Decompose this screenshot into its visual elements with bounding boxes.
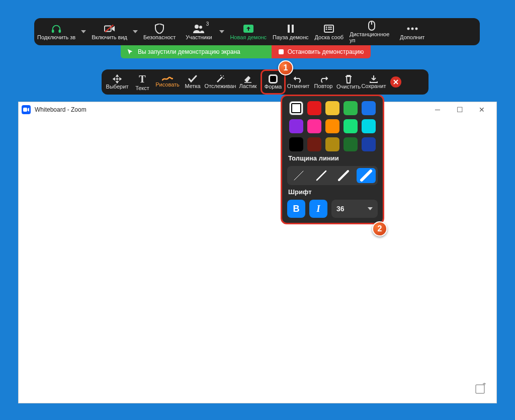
svg-point-16 (407, 28, 409, 30)
security-button[interactable]: Безопасност (140, 18, 179, 45)
font-size-value: 36 (336, 205, 345, 213)
color-swatch-black[interactable] (289, 137, 303, 151)
svg-rect-27 (476, 385, 484, 393)
svg-point-18 (415, 28, 417, 30)
italic-button[interactable]: I (309, 200, 327, 218)
video-off-icon (104, 23, 115, 34)
window-minimize-button[interactable]: ─ (431, 106, 444, 114)
new-share-button[interactable]: Новая демонс (227, 18, 270, 45)
color-swatch-red[interactable] (307, 101, 321, 115)
svg-line-32 (339, 171, 348, 180)
pause-share-button[interactable]: Пауза демонс (270, 18, 311, 45)
meeting-toolbar: Подключить зв Включить вид Безопасност 3… (34, 18, 480, 45)
svg-rect-2 (104, 26, 111, 32)
save-label: Сохранит (362, 83, 386, 89)
participants-button[interactable]: 3 Участники (181, 18, 217, 45)
svg-point-17 (411, 28, 413, 30)
font-size-select[interactable]: 36 (331, 200, 378, 218)
svg-point-22 (220, 75, 221, 76)
color-swatch-cyan[interactable] (362, 119, 376, 133)
color-swatch-darkblue[interactable] (362, 137, 376, 151)
undo-icon (294, 75, 303, 83)
thickness-2[interactable] (312, 168, 331, 183)
save-tool[interactable]: Сохранит (361, 69, 386, 95)
format-popover: Толщина линии Шрифт B I 36 (281, 95, 384, 224)
participants-caret[interactable] (217, 18, 227, 45)
thickness-1[interactable] (289, 168, 309, 183)
video-caret[interactable] (130, 18, 140, 45)
audio-caret[interactable] (78, 18, 89, 45)
color-swatch-lightgreen[interactable] (344, 119, 358, 133)
sharing-status-text: Вы запустили демонстрацию экрана (138, 48, 240, 55)
text-icon: T (139, 73, 145, 85)
color-swatch-darkred[interactable] (307, 137, 321, 151)
mouse-icon (368, 20, 375, 31)
thickness-3[interactable] (334, 168, 354, 183)
window-maximize-button[interactable]: ☐ (453, 106, 466, 114)
share-screen-icon (243, 23, 254, 34)
svg-rect-26 (23, 108, 27, 112)
whiteboard-title: Whiteboard - Zoom (35, 106, 87, 113)
draw-icon (162, 76, 173, 81)
window-close-button[interactable]: ✕ (475, 106, 488, 114)
color-swatch-yellow[interactable] (325, 101, 339, 115)
eraser-tool[interactable]: Ластик (235, 69, 261, 95)
zoom-app-icon (22, 105, 31, 114)
sharing-status: Вы запустили демонстрацию экрана (121, 45, 251, 58)
font-label: Шрифт (288, 188, 378, 196)
cursor-icon (127, 48, 134, 55)
stamp-tool[interactable]: Метка (180, 69, 205, 95)
whiteboard-button[interactable]: Доска сооб (312, 18, 347, 45)
color-swatch-orange[interactable] (325, 119, 339, 133)
participants-label: Участники (186, 34, 212, 40)
spotlight-label: Отслеживан (205, 83, 236, 89)
svg-line-19 (217, 77, 222, 82)
callout-badge-2: 2 (372, 221, 387, 236)
color-swatches (287, 101, 378, 151)
color-swatch-purple[interactable] (289, 119, 303, 133)
new-page-button[interactable] (475, 383, 486, 394)
svg-point-21 (223, 78, 224, 79)
thickness-4[interactable] (357, 168, 376, 183)
draw-tool[interactable]: Рисовать (155, 69, 180, 95)
save-icon (369, 75, 378, 83)
color-swatch-magenta[interactable] (307, 119, 321, 133)
svg-rect-1 (59, 30, 61, 33)
clear-tool[interactable]: Очистить (336, 69, 361, 95)
format-label: Форма (265, 83, 282, 90)
color-swatch-white[interactable] (289, 101, 303, 115)
stop-share-label: Остановить демонстрацию (288, 48, 364, 55)
color-swatch-blue[interactable] (362, 101, 376, 115)
color-swatch-green[interactable] (344, 101, 358, 115)
whiteboard-window: Whiteboard - Zoom ─ ☐ ✕ (18, 102, 497, 403)
redo-tool[interactable]: Повтор (311, 69, 336, 95)
thickness-group (287, 166, 378, 185)
audio-label: Подключить зв (37, 34, 75, 40)
text-label: Текст (135, 85, 149, 91)
draw-label: Рисовать (155, 81, 180, 88)
audio-button[interactable]: Подключить зв (34, 18, 78, 45)
select-label: Выберит (106, 83, 129, 90)
bold-button[interactable]: B (287, 200, 305, 218)
annotation-toolbar: Выберит T Текст Рисовать Метка Отслежива… (102, 69, 428, 95)
whiteboard-titlebar[interactable]: Whiteboard - Zoom ─ ☐ ✕ (19, 102, 496, 117)
close-annotation-button[interactable] (390, 76, 401, 88)
remote-control-button[interactable]: Дистанционное уп (347, 18, 397, 45)
color-swatch-darkyellow[interactable] (325, 137, 339, 151)
more-button[interactable]: Дополнит (397, 18, 427, 45)
clear-label: Очистить (336, 83, 361, 90)
text-tool[interactable]: T Текст (130, 69, 155, 95)
redo-icon (319, 75, 328, 83)
security-label: Безопасност (143, 34, 176, 40)
svg-line-30 (294, 171, 303, 180)
video-button[interactable]: Включить вид (89, 18, 130, 45)
select-tool[interactable]: Выберит (105, 69, 130, 95)
color-swatch-darkgreen[interactable] (344, 137, 358, 151)
shield-icon (155, 23, 164, 34)
spotlight-tool[interactable]: Отслеживан (205, 69, 235, 95)
video-label: Включить вид (92, 34, 127, 40)
pause-share-label: Пауза демонс (273, 34, 308, 40)
chevron-down-icon (368, 207, 373, 210)
stop-share-button[interactable]: Остановить демонстрацию (272, 45, 371, 58)
callout-badge-1: 1 (278, 60, 293, 75)
